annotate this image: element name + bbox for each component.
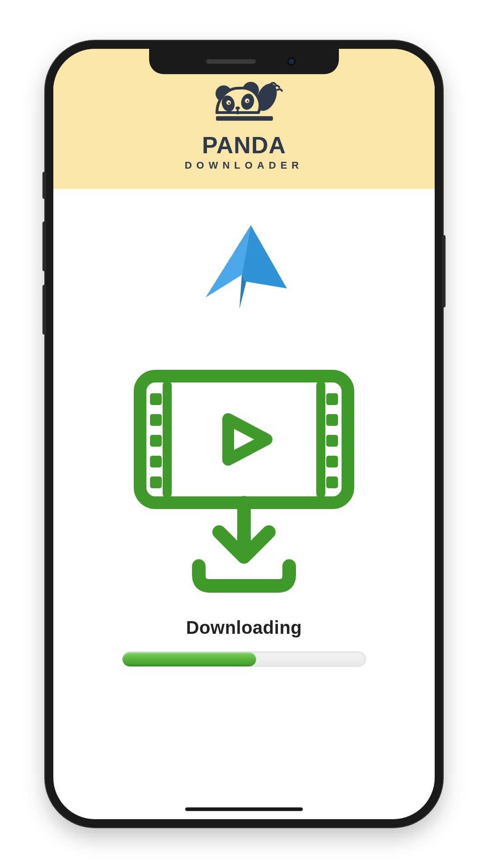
phone-side-button	[42, 172, 46, 199]
send-button[interactable]	[197, 221, 291, 317]
svg-rect-16	[150, 393, 162, 405]
brand-subtitle: DOWNLOADER	[185, 160, 304, 171]
svg-rect-23	[326, 414, 338, 426]
svg-marker-27	[228, 419, 267, 460]
video-download-icon	[127, 358, 361, 593]
brand-title: PANDA	[185, 132, 304, 159]
phone-side-button	[42, 222, 46, 271]
download-status-label: Downloading	[186, 618, 302, 638]
phone-side-button	[442, 235, 446, 307]
phone-camera	[287, 57, 296, 66]
video-download-illustration	[127, 358, 361, 595]
download-progress-fill	[122, 652, 256, 666]
phone-speaker	[206, 59, 256, 64]
phone-screen-bezel: PANDA DOWNLOADER	[53, 49, 435, 819]
svg-rect-17	[150, 414, 162, 426]
svg-rect-10	[216, 116, 273, 121]
svg-rect-22	[326, 393, 338, 405]
svg-rect-25	[326, 456, 338, 467]
svg-point-8	[247, 100, 249, 102]
panda-logo-icon	[199, 80, 289, 134]
main-content: Downloading	[53, 189, 435, 819]
app-logo: PANDA DOWNLOADER	[185, 80, 304, 171]
download-progress-bar	[122, 651, 366, 667]
paper-plane-icon	[197, 221, 291, 316]
phone-side-button	[42, 285, 46, 335]
app-screen: PANDA DOWNLOADER	[53, 49, 435, 819]
svg-rect-19	[150, 456, 162, 467]
svg-rect-20	[150, 476, 162, 488]
phone-frame: PANDA DOWNLOADER	[45, 41, 443, 827]
svg-point-7	[228, 102, 230, 104]
svg-rect-24	[326, 435, 338, 447]
svg-rect-26	[326, 476, 338, 488]
svg-rect-18	[150, 435, 162, 447]
phone-notch	[149, 49, 339, 74]
